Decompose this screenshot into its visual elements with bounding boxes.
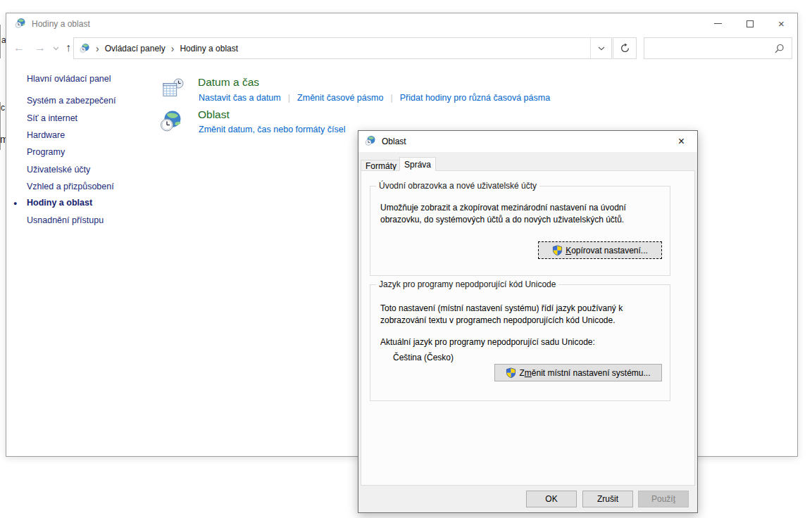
- close-button[interactable]: ×: [766, 13, 797, 34]
- breadcrumb-item-control-panel[interactable]: Ovládací panely: [105, 44, 165, 53]
- close-icon: ×: [678, 135, 685, 148]
- group-non-unicode: Jazyk pro programy nepodporující kód Uni…: [370, 284, 670, 401]
- tab-page-sprava: Úvodní obrazovka a nové uživatelské účty…: [361, 170, 695, 486]
- sidebar-item-ease-of-access[interactable]: Usnadnění přístupu: [27, 215, 104, 225]
- date-time-links: Nastavit čas a datum | Změnit časové pás…: [199, 92, 550, 103]
- region-links: Změnit datum, čas nebo formáty čísel: [199, 125, 345, 134]
- search-input[interactable]: [647, 39, 768, 57]
- ok-label: OK: [545, 494, 557, 504]
- history-chevron-icon[interactable]: [53, 46, 59, 51]
- sidebar-item-appearance[interactable]: Vzhled a přizpůsobení: [27, 182, 114, 191]
- group-welcome-description: Umožňuje zobrazit a zkopírovat mezinárod…: [380, 202, 663, 226]
- current-language-label: Aktuální jazyk pro programy nepodporujíc…: [380, 336, 669, 348]
- section-title-region[interactable]: Oblast: [198, 108, 230, 121]
- link-separator: |: [288, 92, 290, 103]
- window-titlebar: Hodiny a oblast ×: [6, 13, 797, 34]
- apply-button[interactable]: Použít: [638, 491, 689, 507]
- region-dialog-icon: [365, 135, 376, 146]
- tab-sprava[interactable]: Správa: [399, 157, 436, 171]
- apply-label: Použít: [651, 494, 675, 504]
- close-icon: ×: [778, 18, 785, 29]
- minimize-button[interactable]: [702, 13, 734, 34]
- group-welcome-legend: Úvodní obrazovka a nové uživatelské účty: [376, 181, 539, 191]
- forward-button[interactable]: →: [35, 42, 46, 54]
- background-window-edge: [0, 25, 1, 58]
- up-button[interactable]: ↑: [65, 42, 71, 54]
- group-non-unicode-legend: Jazyk pro programy nepodporující kód Uni…: [376, 279, 558, 289]
- link-add-clocks[interactable]: Přidat hodiny pro různá časová pásma: [400, 93, 550, 103]
- current-language-value: Čeština (Česko): [393, 352, 604, 364]
- sidebar-item-network-internet[interactable]: Síť a internet: [27, 113, 77, 123]
- dialog-close-button[interactable]: ×: [666, 131, 697, 151]
- search-icon: [774, 44, 785, 54]
- cancel-label: Zrušit: [597, 494, 618, 504]
- tab-formaty[interactable]: Formáty: [361, 160, 401, 171]
- sidebar-item-user-accounts[interactable]: Uživatelské účty: [27, 165, 90, 175]
- group-non-unicode-description: Toto nastavení (místní nastavení systému…: [380, 303, 663, 327]
- maximize-icon: [747, 20, 754, 27]
- control-panel-icon: [80, 43, 90, 53]
- window-title: Hodiny a oblast: [32, 19, 90, 29]
- background-text-fragment: c: [1, 103, 5, 113]
- minimize-icon: [714, 23, 722, 24]
- breadcrumb-item-clock-region[interactable]: Hodiny a oblast: [180, 44, 238, 53]
- search-container: [644, 37, 792, 59]
- dialog-titlebar: Oblast ×: [358, 131, 697, 152]
- link-change-timezone[interactable]: Změnit časové pásmo: [297, 93, 383, 103]
- sidebar-item-programs[interactable]: Programy: [27, 147, 65, 157]
- change-system-locale-button[interactable]: Změnit místní nastavení systému...: [494, 364, 662, 381]
- refresh-button[interactable]: [613, 37, 637, 59]
- group-welcome-screen: Úvodní obrazovka a nové uživatelské účty…: [370, 186, 670, 276]
- region-dialog: Oblast × Formáty Správa Úvodní obrazovka…: [358, 130, 698, 513]
- refresh-icon: [620, 43, 630, 53]
- ok-button[interactable]: OK: [526, 491, 577, 507]
- sidebar-item-hardware[interactable]: Hardware: [27, 130, 65, 140]
- screen: { "background": { "fragments": { "f1": "…: [0, 0, 812, 518]
- breadcrumb-separator-icon: ›: [96, 44, 99, 53]
- section-title-date-time[interactable]: Datum a čas: [198, 76, 259, 89]
- address-bar[interactable]: › Ovládací panely › Hodiny a oblast: [73, 37, 612, 59]
- cancel-button[interactable]: Zrušit: [582, 491, 633, 507]
- link-separator: |: [390, 92, 392, 103]
- link-set-time-date[interactable]: Nastavit čas a datum: [199, 93, 281, 103]
- chevron-down-icon: [598, 46, 605, 51]
- dialog-title: Oblast: [382, 137, 406, 146]
- sidebar-item-clock-region[interactable]: Hodiny a oblast: [27, 198, 92, 208]
- change-system-locale-label: Změnit místní nastavení systému...: [519, 368, 650, 378]
- back-button[interactable]: ←: [13, 42, 25, 54]
- breadcrumb: › Ovládací panely › Hodiny a oblast: [74, 38, 590, 58]
- uac-shield-icon: [552, 245, 563, 255]
- address-dropdown-button[interactable]: [590, 38, 611, 58]
- copy-settings-button[interactable]: Kopírovat nastavení...: [538, 241, 662, 259]
- uac-shield-icon: [506, 367, 516, 378]
- active-item-bullet-icon: ●: [13, 200, 17, 207]
- sidebar-item-home[interactable]: Hlavní ovládací panel: [27, 74, 111, 84]
- region-icon[interactable]: [160, 110, 182, 132]
- link-change-formats[interactable]: Změnit datum, čas nebo formáty čísel: [199, 125, 345, 134]
- copy-settings-label: Kopírovat nastavení...: [566, 246, 648, 255]
- breadcrumb-separator-icon: ›: [171, 44, 175, 53]
- sidebar-item-system-security[interactable]: Systém a zabezpečení: [27, 96, 115, 106]
- clock-region-app-icon: [15, 18, 26, 29]
- maximize-button[interactable]: [734, 13, 766, 34]
- date-time-icon[interactable]: [163, 78, 184, 99]
